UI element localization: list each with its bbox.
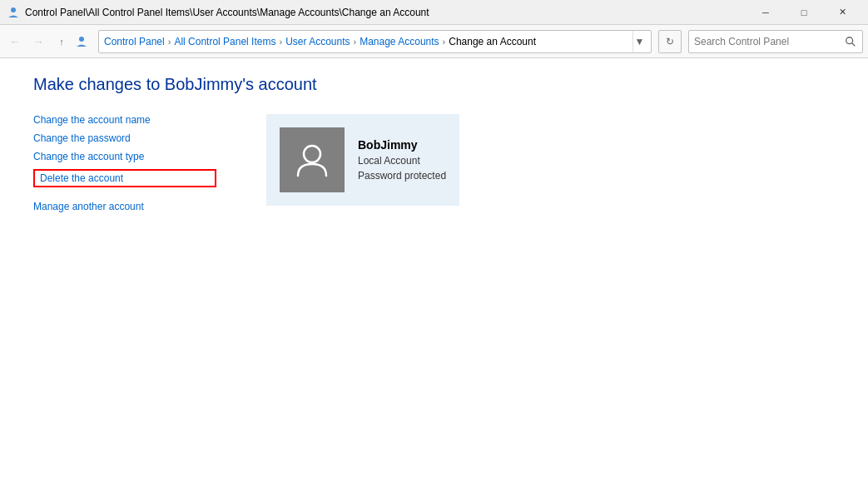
maximize-button[interactable]: □ [785,0,823,25]
breadcrumb-user-accounts[interactable]: User Accounts [285,36,350,47]
refresh-button[interactable]: ↻ [658,30,682,53]
titlebar-title: Control Panel\All Control Panel Items\Us… [25,7,746,18]
svg-point-2 [846,37,853,43]
svg-line-3 [852,42,856,46]
back-button[interactable]: ← [5,32,25,52]
account-avatar [280,127,345,192]
search-box[interactable] [688,30,863,53]
breadcrumb-current: Change an Account [449,36,536,47]
account-card: BobJimmy Local Account Password protecte… [266,114,459,206]
change-account-type-link[interactable]: Change the account type [33,151,216,162]
address-dropdown-button[interactable]: ▼ [632,30,646,53]
page-heading: Make changes to BobJimmy's account [33,75,835,94]
breadcrumb-manage-accounts[interactable]: Manage Accounts [360,36,439,47]
titlebar-controls: ─ □ ✕ [746,0,861,25]
svg-point-4 [304,146,320,162]
delete-account-link[interactable]: Delete the account [33,169,216,187]
close-button[interactable]: ✕ [823,0,861,25]
account-name: BobJimmy [358,138,446,152]
up-button[interactable]: ↑ [52,32,72,52]
titlebar-icon [7,6,20,19]
change-account-name-link[interactable]: Change the account name [33,114,216,126]
titlebar: Control Panel\All Control Panel Items\Us… [0,0,868,25]
account-detail-1: Local Account [358,155,446,167]
search-icon[interactable] [844,35,857,48]
account-detail-2: Password protected [358,170,446,182]
change-password-link[interactable]: Change the password [33,132,216,144]
search-input[interactable] [694,36,844,47]
forward-button[interactable]: → [28,32,48,52]
breadcrumb-control-panel[interactable]: Control Panel [104,36,165,47]
main-content: Make changes to BobJimmy's account Chang… [0,58,868,483]
manage-another-account-link[interactable]: Manage another account [33,201,216,212]
svg-point-1 [79,37,84,42]
toolbar: ← → ↑ Control Panel › All Control Panel … [0,25,868,58]
content-area: Change the account name Change the passw… [33,114,835,212]
breadcrumb: Control Panel › All Control Panel Items … [104,36,629,47]
account-info: BobJimmy Local Account Password protecte… [358,138,446,182]
svg-point-0 [11,7,16,12]
address-bar[interactable]: Control Panel › All Control Panel Items … [98,30,652,53]
breadcrumb-all-items[interactable]: All Control Panel Items [174,36,275,47]
links-panel: Change the account name Change the passw… [33,114,216,212]
address-icon [75,35,88,48]
minimize-button[interactable]: ─ [746,0,785,25]
